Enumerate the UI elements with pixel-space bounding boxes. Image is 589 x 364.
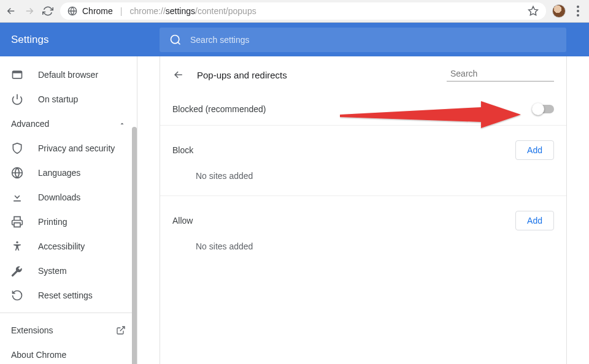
bookmark-star-icon[interactable] bbox=[528, 6, 539, 17]
allow-add-button[interactable]: Add bbox=[515, 211, 554, 230]
sidebar-item-about[interactable]: About Chrome bbox=[0, 343, 137, 364]
about-label: About Chrome bbox=[11, 350, 66, 360]
svg-point-6 bbox=[16, 241, 18, 243]
toggle-knob bbox=[532, 103, 544, 115]
sidebar-item-label: Privacy and security bbox=[38, 143, 115, 153]
sidebar-item-default-browser[interactable]: Default browser bbox=[0, 63, 137, 87]
svg-marker-1 bbox=[529, 7, 538, 15]
page-header: Pop-ups and redirects bbox=[160, 56, 566, 93]
sidebar-item-label: Languages bbox=[38, 168, 80, 178]
sidebar-scrollbar[interactable] bbox=[132, 127, 137, 364]
external-link-icon bbox=[116, 325, 126, 335]
browser-menu-icon[interactable] bbox=[572, 6, 584, 17]
sidebar-item-label: Printing bbox=[38, 217, 67, 227]
search-icon bbox=[169, 34, 182, 46]
restore-icon bbox=[11, 289, 23, 301]
block-section-label: Block bbox=[172, 145, 193, 155]
sidebar-item-label: Downloads bbox=[38, 192, 80, 202]
sidebar-item-accessibility[interactable]: Accessibility bbox=[0, 234, 137, 259]
sidebar-item-privacy[interactable]: Privacy and security bbox=[0, 136, 137, 161]
sidebar-item-label: On startup bbox=[38, 94, 78, 104]
sidebar-item-downloads[interactable]: Downloads bbox=[0, 185, 137, 210]
blocked-toggle[interactable] bbox=[533, 105, 554, 113]
page-search[interactable] bbox=[447, 69, 554, 82]
settings-search-input[interactable] bbox=[190, 35, 556, 45]
accessibility-icon bbox=[11, 240, 23, 252]
content-area: Pop-ups and redirects Blocked (recommend… bbox=[137, 56, 589, 364]
shield-icon bbox=[11, 142, 23, 154]
sidebar-divider bbox=[0, 313, 137, 313]
page-back-button[interactable] bbox=[172, 69, 185, 81]
chevron-up-icon bbox=[118, 120, 126, 127]
omnibox-chrome-label: Chrome bbox=[82, 6, 113, 16]
sidebar-item-label: System bbox=[38, 266, 67, 276]
svg-rect-4 bbox=[13, 71, 22, 73]
globe-icon bbox=[11, 167, 23, 179]
sidebar-item-reset[interactable]: Reset settings bbox=[0, 283, 137, 308]
sidebar-item-label: Reset settings bbox=[38, 290, 93, 300]
page-title: Pop-ups and redirects bbox=[197, 70, 434, 80]
reload-button[interactable] bbox=[42, 5, 54, 17]
allow-empty-text: No sites added bbox=[160, 237, 566, 266]
extensions-label: Extensions bbox=[11, 325, 53, 335]
sidebar-item-label: Default browser bbox=[38, 70, 98, 80]
browser-toolbar: Chrome | chrome://settings/content/popup… bbox=[0, 0, 589, 23]
site-info-icon bbox=[67, 6, 77, 16]
sidebar-item-system[interactable]: System bbox=[0, 259, 137, 283]
omnibox-separator: | bbox=[120, 6, 123, 16]
allow-section-header: Allow Add bbox=[160, 196, 566, 237]
sidebar-item-extensions[interactable]: Extensions bbox=[0, 318, 137, 343]
settings-title: Settings bbox=[11, 34, 160, 46]
blocked-toggle-row: Blocked (recommended) bbox=[160, 93, 566, 126]
omnibox-url: chrome://settings/content/popups bbox=[129, 6, 256, 16]
advanced-label: Advanced bbox=[11, 119, 49, 129]
sidebar-item-printing[interactable]: Printing bbox=[0, 210, 137, 234]
settings-header: Settings bbox=[0, 23, 589, 56]
page-search-input[interactable] bbox=[450, 69, 558, 78]
print-icon bbox=[11, 216, 23, 228]
svg-point-2 bbox=[171, 35, 179, 43]
download-icon bbox=[11, 191, 23, 203]
power-icon bbox=[11, 93, 23, 105]
omnibox[interactable]: Chrome | chrome://settings/content/popup… bbox=[60, 2, 546, 20]
blocked-label: Blocked (recommended) bbox=[172, 104, 266, 114]
allow-section-label: Allow bbox=[172, 216, 193, 226]
browser-icon bbox=[11, 69, 23, 81]
sidebar-item-label: Accessibility bbox=[38, 241, 85, 251]
block-section-header: Block Add bbox=[160, 126, 566, 166]
sidebar-item-on-startup[interactable]: On startup bbox=[0, 87, 137, 112]
settings-page: Pop-ups and redirects Blocked (recommend… bbox=[160, 56, 567, 364]
sidebar: Default browser On startup Advanced Priv… bbox=[0, 56, 137, 364]
block-add-button[interactable]: Add bbox=[515, 140, 554, 160]
settings-search[interactable] bbox=[160, 28, 566, 52]
back-button[interactable] bbox=[5, 5, 17, 17]
forward-button[interactable] bbox=[23, 5, 36, 17]
block-empty-text: No sites added bbox=[160, 166, 566, 196]
profile-avatar[interactable] bbox=[552, 4, 566, 18]
wrench-icon bbox=[11, 265, 23, 277]
sidebar-item-languages[interactable]: Languages bbox=[0, 161, 137, 185]
sidebar-advanced-toggle[interactable]: Advanced bbox=[0, 112, 137, 136]
